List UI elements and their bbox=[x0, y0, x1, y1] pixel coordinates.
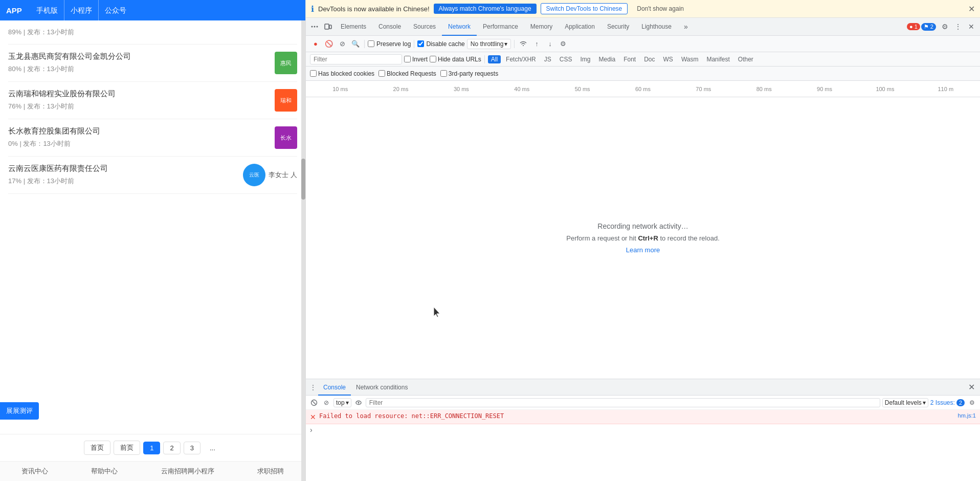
filter-type-css[interactable]: CSS bbox=[556, 55, 575, 63]
console-panel-menu-icon[interactable]: ⋮ bbox=[308, 382, 318, 392]
blocked-requests-label[interactable]: Blocked Requests bbox=[378, 70, 436, 77]
evaluate-button[interactable]: 展展测评 bbox=[0, 402, 39, 420]
company-info: 89% | 发布：13小时前 bbox=[8, 28, 297, 37]
tab-network[interactable]: Network bbox=[442, 18, 477, 36]
invert-label[interactable]: Invert bbox=[404, 56, 428, 63]
filter-type-js[interactable]: JS bbox=[541, 55, 554, 63]
nav-item-miniapp[interactable]: 小程序 bbox=[64, 0, 99, 20]
nav-logo[interactable]: APP bbox=[6, 6, 22, 15]
match-language-button[interactable]: Always match Chrome's language bbox=[434, 4, 537, 14]
top-context-dropdown[interactable]: top ▾ bbox=[333, 398, 351, 407]
console-expand-icon[interactable]: › bbox=[306, 424, 980, 435]
page-1-button[interactable]: 1 bbox=[143, 442, 160, 454]
company-logo: 瑞和 bbox=[275, 89, 297, 112]
tick-80: 80 ms bbox=[734, 86, 794, 92]
page-dots[interactable]: ... bbox=[204, 442, 221, 454]
list-item[interactable]: 云南瑞和锦程实业股份有限公司 76% | 发布：13小时前 瑞和 bbox=[8, 82, 297, 119]
settings-icon[interactable]: ⚙ bbox=[938, 20, 951, 33]
customize-devtools-icon[interactable] bbox=[308, 20, 321, 33]
hide-data-urls-checkbox[interactable] bbox=[430, 56, 436, 62]
hide-data-urls-label[interactable]: Hide data URLs bbox=[430, 56, 481, 63]
record-button[interactable]: ● bbox=[310, 38, 321, 50]
console-settings-icon[interactable]: ⚙ bbox=[967, 398, 977, 408]
console-close-button[interactable]: ✕ bbox=[965, 382, 978, 392]
error-source[interactable]: hm.js:1 bbox=[958, 412, 976, 419]
tab-lighthouse[interactable]: Lighthouse bbox=[635, 18, 678, 36]
console-tab-console[interactable]: Console bbox=[318, 379, 351, 396]
tab-memory[interactable]: Memory bbox=[524, 18, 559, 36]
filter-type-other[interactable]: Other bbox=[735, 55, 756, 63]
footer-link-news[interactable]: 资讯中心 bbox=[21, 467, 48, 476]
throttle-dropdown[interactable]: No throttling ▾ bbox=[467, 39, 511, 49]
tab-console[interactable]: Console bbox=[372, 18, 407, 36]
error-icon: ✕ bbox=[310, 413, 316, 421]
issues-label: 2 Issues: bbox=[930, 399, 955, 406]
invert-checkbox[interactable] bbox=[404, 56, 411, 62]
filter-console-icon[interactable]: ⊘ bbox=[321, 398, 331, 408]
list-item[interactable]: 云南云医康医药有限责任公司 17% | 发布：13小时前 云医 李女士 人 bbox=[8, 157, 297, 194]
filter-type-doc[interactable]: Doc bbox=[641, 55, 658, 63]
default-levels-dropdown[interactable]: Default levels ▾ bbox=[882, 398, 928, 407]
settings-network-icon[interactable]: ⚙ bbox=[558, 38, 569, 50]
separator-1 bbox=[364, 40, 365, 48]
device-emulation-icon[interactable] bbox=[321, 20, 335, 33]
tab-performance[interactable]: Performance bbox=[477, 18, 524, 36]
clear-console-icon[interactable] bbox=[309, 398, 319, 408]
tab-elements[interactable]: Elements bbox=[335, 18, 372, 36]
wifi-icon[interactable] bbox=[518, 38, 529, 50]
issues-button[interactable]: 2 Issues: 2 bbox=[930, 399, 965, 406]
tab-security[interactable]: Security bbox=[601, 18, 635, 36]
footer-link-miniapp[interactable]: 云南招聘网小程序 bbox=[161, 467, 214, 476]
preserve-log-label[interactable]: Preserve log bbox=[368, 40, 411, 48]
switch-devtools-button[interactable]: Switch DevTools to Chinese bbox=[541, 3, 628, 14]
disable-cache-checkbox[interactable] bbox=[417, 40, 424, 47]
eye-icon[interactable] bbox=[353, 398, 364, 408]
tab-sources[interactable]: Sources bbox=[407, 18, 442, 36]
dont-show-again-button[interactable]: Don't show again bbox=[632, 4, 689, 14]
scrollbar[interactable] bbox=[301, 20, 305, 481]
import-icon[interactable]: ↑ bbox=[531, 38, 542, 50]
blocked-requests-checkbox[interactable] bbox=[378, 70, 385, 77]
third-party-label[interactable]: 3rd-party requests bbox=[440, 70, 498, 77]
nav-item-wechat[interactable]: 公众号 bbox=[99, 0, 132, 20]
search-button[interactable]: 🔍 bbox=[350, 38, 361, 50]
filter-type-ws[interactable]: WS bbox=[660, 55, 676, 63]
more-options-icon[interactable]: ⋮ bbox=[951, 20, 965, 33]
filter-type-media[interactable]: Media bbox=[595, 55, 618, 63]
learn-more-link[interactable]: Learn more bbox=[626, 246, 660, 254]
filter-type-img[interactable]: Img bbox=[577, 55, 593, 63]
page-first-button[interactable]: 首页 bbox=[84, 441, 110, 455]
footer-link-help[interactable]: 帮助中心 bbox=[91, 467, 118, 476]
devtools-tab-bar: Elements Console Sources Network Perform… bbox=[306, 18, 980, 36]
disable-cache-label[interactable]: Disable cache bbox=[417, 40, 464, 48]
footer-link-jobs[interactable]: 求职招聘 bbox=[257, 467, 284, 476]
filter-type-all[interactable]: All bbox=[488, 55, 501, 63]
third-party-checkbox[interactable] bbox=[440, 70, 447, 77]
has-blocked-cookies-checkbox[interactable] bbox=[310, 70, 317, 77]
filter-type-fetch[interactable]: Fetch/XHR bbox=[503, 55, 539, 63]
scrollbar-thumb[interactable] bbox=[301, 159, 305, 200]
clear-button[interactable]: 🚫 bbox=[323, 38, 335, 50]
nav-item-mobile[interactable]: 手机版 bbox=[30, 0, 64, 20]
list-item[interactable]: 89% | 发布：13小时前 bbox=[8, 20, 297, 45]
filter-type-wasm[interactable]: Wasm bbox=[678, 55, 702, 63]
filter-type-font[interactable]: Font bbox=[620, 55, 639, 63]
filter-type-manifest[interactable]: Manifest bbox=[703, 55, 732, 63]
preserve-log-checkbox[interactable] bbox=[368, 40, 374, 47]
filter-button[interactable]: ⊘ bbox=[337, 38, 348, 50]
tab-more[interactable]: » bbox=[678, 18, 694, 36]
console-tab-network-conditions[interactable]: Network conditions bbox=[351, 379, 413, 396]
has-blocked-cookies-label[interactable]: Has blocked cookies bbox=[310, 70, 374, 77]
page-3-button[interactable]: 3 bbox=[184, 442, 201, 454]
page-2-button[interactable]: 2 bbox=[163, 442, 180, 454]
export-icon[interactable]: ↓ bbox=[544, 38, 555, 50]
console-filter-input[interactable] bbox=[366, 398, 880, 407]
tab-application[interactable]: Application bbox=[559, 18, 601, 36]
filter-input[interactable] bbox=[310, 54, 402, 64]
list-item[interactable]: 长水教育控股集团有限公司 0% | 发布：13小时前 长水 bbox=[8, 119, 297, 157]
company-contact: 李女士 人 bbox=[269, 170, 297, 180]
page-prev-button[interactable]: 前页 bbox=[114, 441, 140, 455]
close-devtools-icon[interactable]: ✕ bbox=[965, 20, 978, 33]
info-close-button[interactable]: ✕ bbox=[968, 4, 975, 14]
list-item[interactable]: 玉龙县惠民商贸有限公司金凯分公司 80% | 发布：13小时前 惠民 bbox=[8, 45, 297, 82]
